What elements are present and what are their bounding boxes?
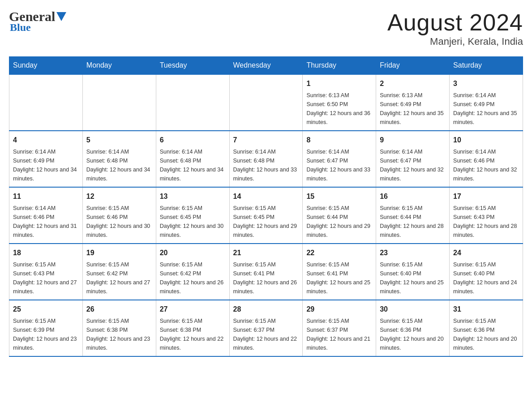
day-number: 9 <box>380 135 446 146</box>
day-info: Sunrise: 6:14 AMSunset: 6:48 PMDaylight:… <box>86 147 152 183</box>
calendar-empty-cell <box>156 74 229 131</box>
day-of-week-header: Tuesday <box>156 57 229 75</box>
day-info: Sunrise: 6:15 AMSunset: 6:45 PMDaylight:… <box>160 204 226 240</box>
calendar-subtitle: Manjeri, Kerala, India <box>387 36 523 47</box>
day-info: Sunrise: 6:14 AMSunset: 6:46 PMDaylight:… <box>453 147 519 183</box>
calendar-header-row: SundayMondayTuesdayWednesdayThursdayFrid… <box>9 57 523 75</box>
calendar-day-cell: 30Sunrise: 6:15 AMSunset: 6:36 PMDayligh… <box>376 300 450 356</box>
day-of-week-header: Thursday <box>303 57 376 75</box>
day-of-week-header: Friday <box>376 57 450 75</box>
day-number: 31 <box>453 304 519 315</box>
calendar-day-cell: 10Sunrise: 6:14 AMSunset: 6:46 PMDayligh… <box>450 131 523 187</box>
day-info: Sunrise: 6:15 AMSunset: 6:44 PMDaylight:… <box>306 204 372 240</box>
day-info: Sunrise: 6:14 AMSunset: 6:48 PMDaylight:… <box>160 147 226 183</box>
calendar-day-cell: 22Sunrise: 6:15 AMSunset: 6:41 PMDayligh… <box>303 244 376 300</box>
day-info: Sunrise: 6:15 AMSunset: 6:40 PMDaylight:… <box>380 260 446 296</box>
day-number: 18 <box>13 248 79 258</box>
calendar-day-cell: 25Sunrise: 6:15 AMSunset: 6:39 PMDayligh… <box>9 300 83 356</box>
day-info: Sunrise: 6:13 AMSunset: 6:50 PMDaylight:… <box>306 91 372 127</box>
day-number: 20 <box>160 248 226 258</box>
day-info: Sunrise: 6:15 AMSunset: 6:45 PMDaylight:… <box>233 204 299 240</box>
calendar-day-cell: 21Sunrise: 6:15 AMSunset: 6:41 PMDayligh… <box>229 244 303 300</box>
calendar-day-cell: 7Sunrise: 6:14 AMSunset: 6:48 PMDaylight… <box>229 131 303 187</box>
day-info: Sunrise: 6:15 AMSunset: 6:42 PMDaylight:… <box>86 260 152 296</box>
day-number: 27 <box>160 304 226 315</box>
day-info: Sunrise: 6:15 AMSunset: 6:38 PMDaylight:… <box>86 317 152 352</box>
calendar-day-cell: 5Sunrise: 6:14 AMSunset: 6:48 PMDaylight… <box>82 131 156 187</box>
day-number: 26 <box>86 304 152 315</box>
calendar-day-cell: 27Sunrise: 6:15 AMSunset: 6:38 PMDayligh… <box>156 300 229 356</box>
calendar-day-cell: 9Sunrise: 6:14 AMSunset: 6:47 PMDaylight… <box>376 131 450 187</box>
day-of-week-header: Monday <box>82 57 156 75</box>
day-number: 28 <box>233 304 299 315</box>
day-number: 5 <box>86 135 152 146</box>
day-number: 21 <box>233 248 299 258</box>
day-info: Sunrise: 6:15 AMSunset: 6:43 PMDaylight:… <box>13 260 79 296</box>
day-number: 30 <box>380 304 446 315</box>
day-number: 17 <box>453 191 519 202</box>
calendar-day-cell: 23Sunrise: 6:15 AMSunset: 6:40 PMDayligh… <box>376 244 450 300</box>
day-info: Sunrise: 6:15 AMSunset: 6:38 PMDaylight:… <box>160 317 226 352</box>
day-number: 13 <box>160 191 226 202</box>
calendar-day-cell: 4Sunrise: 6:14 AMSunset: 6:49 PMDaylight… <box>9 131 83 187</box>
calendar-day-cell: 26Sunrise: 6:15 AMSunset: 6:38 PMDayligh… <box>82 300 156 356</box>
svg-marker-0 <box>56 12 66 21</box>
calendar-day-cell: 2Sunrise: 6:13 AMSunset: 6:49 PMDaylight… <box>376 74 450 131</box>
day-number: 24 <box>453 248 519 258</box>
day-number: 6 <box>160 135 226 146</box>
day-info: Sunrise: 6:14 AMSunset: 6:47 PMDaylight:… <box>306 147 372 183</box>
calendar-week-row: 1Sunrise: 6:13 AMSunset: 6:50 PMDaylight… <box>9 74 523 131</box>
day-number: 14 <box>233 191 299 202</box>
day-info: Sunrise: 6:15 AMSunset: 6:37 PMDaylight:… <box>233 317 299 352</box>
calendar-day-cell: 17Sunrise: 6:15 AMSunset: 6:43 PMDayligh… <box>450 187 523 244</box>
logo-blue-text: Blue <box>10 21 31 34</box>
calendar-day-cell: 24Sunrise: 6:15 AMSunset: 6:40 PMDayligh… <box>450 244 523 300</box>
day-of-week-header: Saturday <box>450 57 523 75</box>
calendar-week-row: 25Sunrise: 6:15 AMSunset: 6:39 PMDayligh… <box>9 300 523 356</box>
calendar-day-cell: 12Sunrise: 6:15 AMSunset: 6:46 PMDayligh… <box>82 187 156 244</box>
page-header: General Blue August 2024 Manjeri, Kerala… <box>9 9 523 47</box>
calendar-title: August 2024 <box>387 9 523 36</box>
calendar-day-cell: 1Sunrise: 6:13 AMSunset: 6:50 PMDaylight… <box>303 74 376 131</box>
calendar-day-cell: 20Sunrise: 6:15 AMSunset: 6:42 PMDayligh… <box>156 244 229 300</box>
day-info: Sunrise: 6:15 AMSunset: 6:40 PMDaylight:… <box>453 260 519 296</box>
title-block: August 2024 Manjeri, Kerala, India <box>387 9 523 47</box>
calendar-day-cell: 19Sunrise: 6:15 AMSunset: 6:42 PMDayligh… <box>82 244 156 300</box>
day-number: 2 <box>380 78 446 89</box>
day-info: Sunrise: 6:15 AMSunset: 6:41 PMDaylight:… <box>233 260 299 296</box>
day-info: Sunrise: 6:15 AMSunset: 6:44 PMDaylight:… <box>380 204 446 240</box>
day-number: 19 <box>86 248 152 258</box>
calendar-day-cell: 6Sunrise: 6:14 AMSunset: 6:48 PMDaylight… <box>156 131 229 187</box>
calendar-day-cell: 28Sunrise: 6:15 AMSunset: 6:37 PMDayligh… <box>229 300 303 356</box>
day-number: 1 <box>306 78 372 89</box>
day-info: Sunrise: 6:14 AMSunset: 6:49 PMDaylight:… <box>453 91 519 127</box>
day-info: Sunrise: 6:14 AMSunset: 6:49 PMDaylight:… <box>13 147 79 183</box>
day-number: 29 <box>306 304 372 315</box>
day-info: Sunrise: 6:15 AMSunset: 6:39 PMDaylight:… <box>13 317 79 352</box>
logo-arrow-icon <box>56 12 66 23</box>
day-info: Sunrise: 6:14 AMSunset: 6:46 PMDaylight:… <box>13 204 79 240</box>
calendar-day-cell: 11Sunrise: 6:14 AMSunset: 6:46 PMDayligh… <box>9 187 83 244</box>
day-number: 25 <box>13 304 79 315</box>
day-number: 12 <box>86 191 152 202</box>
calendar-week-row: 11Sunrise: 6:14 AMSunset: 6:46 PMDayligh… <box>9 187 523 244</box>
day-of-week-header: Wednesday <box>229 57 303 75</box>
day-info: Sunrise: 6:15 AMSunset: 6:46 PMDaylight:… <box>86 204 152 240</box>
calendar-day-cell: 31Sunrise: 6:15 AMSunset: 6:36 PMDayligh… <box>450 300 523 356</box>
calendar-empty-cell <box>229 74 303 131</box>
calendar-day-cell: 29Sunrise: 6:15 AMSunset: 6:37 PMDayligh… <box>303 300 376 356</box>
day-info: Sunrise: 6:15 AMSunset: 6:42 PMDaylight:… <box>160 260 226 296</box>
day-info: Sunrise: 6:15 AMSunset: 6:36 PMDaylight:… <box>380 317 446 352</box>
day-number: 22 <box>306 248 372 258</box>
day-info: Sunrise: 6:15 AMSunset: 6:36 PMDaylight:… <box>453 317 519 352</box>
day-number: 3 <box>453 78 519 89</box>
calendar-day-cell: 18Sunrise: 6:15 AMSunset: 6:43 PMDayligh… <box>9 244 83 300</box>
calendar-day-cell: 13Sunrise: 6:15 AMSunset: 6:45 PMDayligh… <box>156 187 229 244</box>
calendar-day-cell: 14Sunrise: 6:15 AMSunset: 6:45 PMDayligh… <box>229 187 303 244</box>
day-number: 23 <box>380 248 446 258</box>
day-number: 4 <box>13 135 79 146</box>
calendar-week-row: 4Sunrise: 6:14 AMSunset: 6:49 PMDaylight… <box>9 131 523 187</box>
logo: General Blue <box>9 9 66 34</box>
calendar-day-cell: 8Sunrise: 6:14 AMSunset: 6:47 PMDaylight… <box>303 131 376 187</box>
calendar-empty-cell <box>9 74 83 131</box>
